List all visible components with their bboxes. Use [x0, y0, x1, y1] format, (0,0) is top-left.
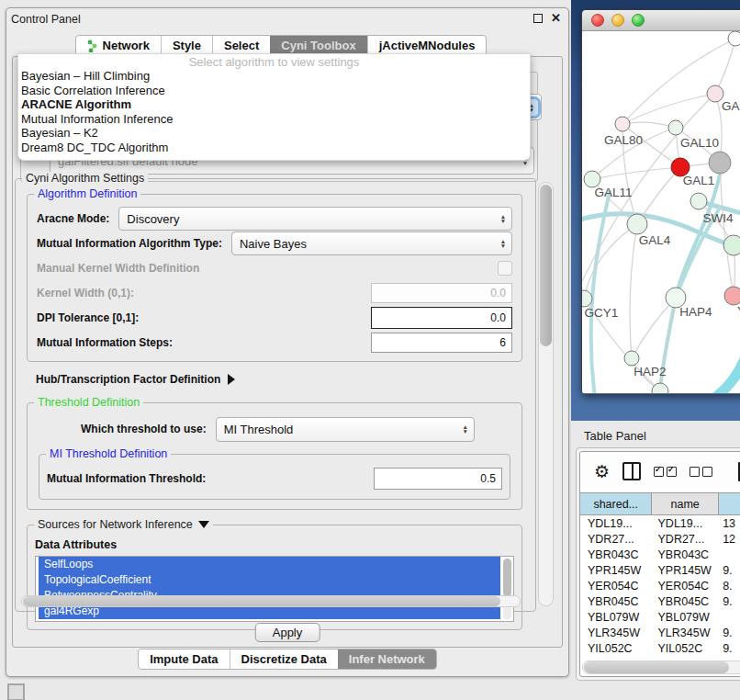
node-label: SWI4 — [702, 211, 733, 225]
apply-button[interactable]: Apply — [255, 623, 320, 642]
bottom-tab-infer-network[interactable]: Infer Network — [338, 649, 436, 669]
float-window-icon[interactable] — [533, 14, 543, 23]
table-row[interactable]: YLR345WYLR345W9. — [580, 625, 740, 640]
attribute-item-topologicalcoefficient[interactable]: TopologicalCoefficient — [39, 572, 500, 588]
network-node-y[interactable] — [724, 287, 740, 305]
kernel-width-row: Kernel Width (0,1): 0.0 — [37, 281, 512, 305]
node-table: shared...name YDL19...YDL19...13YDR27...… — [580, 492, 740, 655]
attributes-scrollbar[interactable] — [503, 559, 511, 619]
bottom-tab-impute-data[interactable]: Impute Data — [139, 649, 229, 669]
table-cell: YBR043C — [653, 548, 720, 561]
table-cell: YER054C — [653, 580, 720, 593]
table-row[interactable]: YER054CYER054C8. — [580, 578, 740, 593]
mi-threshold-field[interactable]: 0.5 — [374, 468, 502, 490]
network-canvas[interactable]: GALGAL80GAL10GAL1GAL11SWI4GAL4GCY1HAP4YH… — [582, 31, 740, 393]
network-edge[interactable] — [630, 224, 637, 358]
column-header-name[interactable]: name — [652, 493, 719, 514]
network-window-titlebar[interactable] — [582, 10, 740, 31]
sources-group-title: Sources for Network Inference — [34, 518, 213, 531]
table-row[interactable]: YDL19...YDL19...13 — [580, 515, 740, 531]
settings-gear-icon[interactable]: ⚙ — [594, 463, 610, 480]
table-row[interactable]: YDR27...YDR27...12 — [580, 531, 740, 547]
mi-threshold-label: Mutual Information Threshold: — [47, 472, 206, 485]
table-row[interactable]: YPR145WYPR145W9. — [580, 562, 740, 578]
network-node-gal4[interactable] — [627, 214, 647, 234]
algorithm-option-basic-correlation-inference[interactable]: Basic Correlation Inference — [18, 84, 530, 98]
tab-select[interactable]: Select — [212, 36, 270, 55]
mi-threshold-group-title: MI Threshold Definition — [46, 447, 171, 460]
settings-group-title: Cyni Algorithm Settings — [22, 172, 148, 185]
tab-style[interactable]: Style — [161, 36, 212, 55]
data-attributes-list[interactable]: SelfLoopsTopologicalCoefficientBetweenne… — [35, 556, 514, 622]
algorithm-option-bayesian-hill-climbing[interactable]: Bayesian – Hill Climbing — [18, 69, 530, 84]
bottom-tab-discretize-data[interactable]: Discretize Data — [230, 649, 338, 669]
network-edge[interactable] — [720, 163, 734, 296]
tab-cyni-toolbox[interactable]: Cyni Toolbox — [270, 36, 366, 55]
network-edge-thick[interactable] — [711, 349, 740, 393]
network-node[interactable] — [728, 31, 740, 46]
control-panel-titlebar[interactable]: Control Panel ✕ — [6, 8, 568, 30]
network-node-swi4[interactable] — [690, 193, 707, 209]
table-row[interactable]: YBL079WYBL079W — [580, 609, 740, 625]
kernel-width-label: Kernel Width (0,1): — [37, 287, 134, 299]
network-node[interactable] — [709, 152, 731, 174]
table-horizontal-scrollbar[interactable] — [582, 660, 740, 674]
hub-definition-disclosure[interactable]: Hub/Transcription Factor Definition — [36, 373, 535, 386]
hub-definition-label: Hub/Transcription Factor Definition — [36, 373, 220, 386]
attribute-item-selfloops[interactable]: SelfLoops — [39, 557, 500, 572]
network-edge[interactable] — [622, 122, 676, 128]
algorithm-option-mutual-information-inference[interactable]: Mutual Information Inference — [18, 112, 530, 127]
combobox-arrows-icon[interactable]: ▲▼ — [495, 232, 511, 254]
disclosure-right-icon[interactable] — [228, 374, 235, 385]
table-cell: YBR045C — [653, 595, 720, 608]
tab-jactivemnodules[interactable]: jActiveMNodules — [367, 36, 487, 55]
select-none-icon[interactable] — [690, 467, 712, 477]
network-node[interactable] — [723, 235, 740, 255]
close-traffic-light-icon[interactable] — [591, 14, 604, 27]
combobox-arrows-icon[interactable]: ▲▼ — [457, 418, 474, 441]
network-node-gal10[interactable] — [668, 120, 683, 135]
disclosure-down-icon[interactable] — [198, 521, 209, 528]
algorithm-option-dream8-dc-tdc-algorithm[interactable]: Dream8 DC_TDC Algorithm — [18, 141, 530, 155]
column-header-2[interactable] — [719, 493, 740, 514]
tab-label: Impute Data — [150, 652, 218, 666]
tab-network[interactable]: Network — [76, 36, 161, 55]
column-header-shared-[interactable]: shared... — [580, 493, 652, 514]
settings-horizontal-scrollbar[interactable] — [21, 595, 521, 607]
mi-steps-field[interactable]: 6 — [371, 333, 512, 353]
kernel-width-field[interactable]: 0.0 — [371, 283, 512, 303]
close-icon[interactable]: ✕ — [551, 14, 561, 23]
network-node-hap2[interactable] — [624, 351, 639, 366]
table-cell: YLR345W — [653, 627, 720, 639]
network-edge[interactable] — [592, 167, 680, 179]
mi-type-combobox[interactable]: Naive Bayes ▲▼ — [231, 231, 512, 255]
table-row[interactable]: YBR043CYBR043C — [580, 547, 740, 562]
which-threshold-combobox[interactable]: MI Threshold ▲▼ — [216, 417, 475, 442]
table-cell: YPR145W — [653, 564, 720, 577]
sources-group: Sources for Network Inference Data Attri… — [27, 525, 522, 630]
zoom-traffic-light-icon[interactable] — [632, 14, 645, 27]
table-panel-title: Table Panel — [584, 429, 646, 443]
tab-label: Discretize Data — [241, 652, 327, 666]
settings-vertical-scrollbar[interactable] — [538, 182, 554, 606]
combobox-arrows-icon[interactable]: ▲▼ — [495, 208, 511, 230]
algorithm-option-aracne-algorithm[interactable]: ARACNE Algorithm — [18, 97, 530, 112]
tab-label: jActiveMNodules — [379, 39, 476, 52]
algorithm-option-bayesian-k2[interactable]: Bayesian – K2 — [18, 126, 530, 141]
split-columns-icon[interactable] — [622, 462, 641, 480]
minimize-traffic-light-icon[interactable] — [611, 14, 624, 27]
network-edge[interactable] — [622, 39, 735, 124]
manual-kernel-checkbox[interactable] — [498, 261, 512, 276]
table-row[interactable]: YBR045CYBR045C9. — [580, 593, 740, 609]
network-node-gal80[interactable] — [615, 117, 630, 131]
network-edge-thick[interactable] — [591, 192, 610, 393]
node-label: GAL10 — [680, 136, 719, 150]
aracne-mode-row: Aracne Mode: Discovery ▲▼ — [37, 207, 512, 231]
dpi-tolerance-field[interactable]: 0.0 — [371, 307, 512, 329]
network-graph[interactable]: GALGAL80GAL10GAL1GAL11SWI4GAL4GCY1HAP4YH… — [582, 31, 740, 393]
control-panel-window: Control Panel ✕ NetworkStyleSelectCyni T… — [6, 7, 569, 677]
select-all-icon[interactable] — [654, 467, 677, 477]
aracne-mode-combobox[interactable]: Discovery ▲▼ — [118, 207, 512, 231]
table-row[interactable]: YIL052CYIL052C9. — [580, 640, 740, 655]
collapsed-panel-icon[interactable] — [7, 683, 25, 700]
